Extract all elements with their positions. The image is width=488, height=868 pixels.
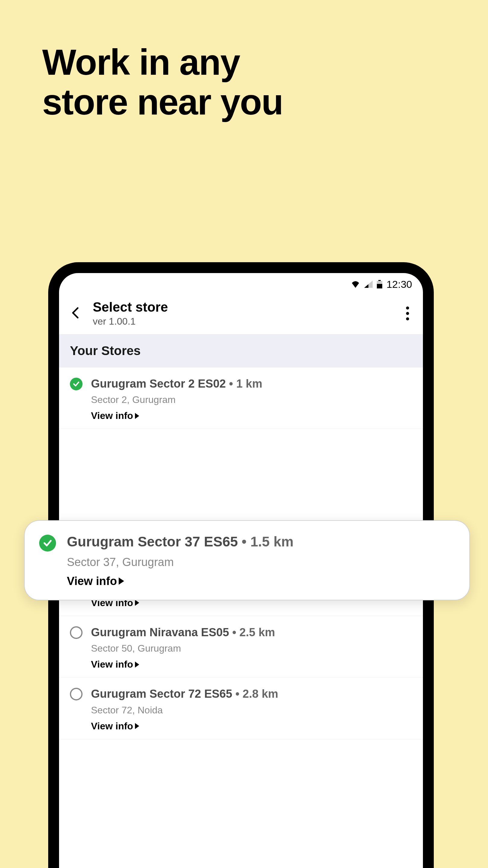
store-address: Sector 2, Gurugram <box>91 394 412 405</box>
view-info-link[interactable]: View info <box>91 721 139 732</box>
check-icon <box>39 535 56 552</box>
store-distance: 1.5 km <box>250 534 293 550</box>
view-info-link[interactable]: View info <box>91 410 139 421</box>
store-name: Gurugram Sector 37 ES65 <box>67 534 238 550</box>
store-info: Gurugram Niravana ES05 • 2.5 km Sector 5… <box>91 625 412 670</box>
store-address: Sector 50, Gurugram <box>91 643 412 654</box>
chevron-right-icon <box>135 723 139 729</box>
view-info-label: View info <box>91 659 133 670</box>
wifi-icon <box>351 281 360 288</box>
header-titles: Select store ver 1.00.1 <box>93 300 392 327</box>
store-name: Gurugram Niravana ES05 <box>91 626 229 639</box>
store-name: Gurugram Sector 72 ES65 <box>91 687 232 700</box>
store-separator: • <box>229 377 236 390</box>
view-info-label: View info <box>91 410 133 421</box>
battery-icon <box>377 280 382 288</box>
svg-rect-0 <box>378 280 381 281</box>
hero-title: Work in any store near you <box>42 42 283 122</box>
store-distance: 2.5 km <box>239 626 275 639</box>
view-info-label: View info <box>91 721 133 732</box>
status-time: 12:30 <box>387 278 412 290</box>
status-bar: 12:30 <box>59 273 423 292</box>
store-separator: • <box>241 534 250 550</box>
store-name-line: Gurugram Sector 37 ES65 • 1.5 km <box>67 533 455 551</box>
store-separator: • <box>232 626 239 639</box>
store-item[interactable]: Gurugram Niravana ES05 • 2.5 km Sector 5… <box>59 616 423 678</box>
featured-store-card[interactable]: Gurugram Sector 37 ES65 • 1.5 km Sector … <box>24 520 470 600</box>
hero-line1: Work in any <box>42 42 283 82</box>
store-address: Sector 72, Noida <box>91 705 412 716</box>
featured-placeholder <box>59 429 423 521</box>
store-info: Gurugram Sector 72 ES65 • 2.8 km Sector … <box>91 687 412 732</box>
version-label: ver 1.00.1 <box>93 316 392 327</box>
view-info-link[interactable]: View info <box>67 575 124 588</box>
store-name-line: Gurugram Niravana ES05 • 2.5 km <box>91 625 412 640</box>
view-info-link[interactable]: View info <box>91 659 139 670</box>
store-name: Gurugram Sector 2 ES02 <box>91 377 226 390</box>
chevron-right-icon <box>135 413 139 419</box>
section-title-your-stores: Your Stores <box>70 344 412 358</box>
radio-icon <box>70 626 83 639</box>
app-header: Select store ver 1.00.1 <box>59 292 423 334</box>
store-address: Sector 37, Gurugram <box>67 556 455 569</box>
hero-line2: store near you <box>42 82 283 122</box>
chevron-right-icon <box>135 600 139 606</box>
chevron-right-icon <box>119 578 124 585</box>
store-item[interactable]: Gurugram Sector 2 ES02 • 1 km Sector 2, … <box>59 367 423 429</box>
svg-rect-2 <box>377 284 382 288</box>
back-icon[interactable] <box>70 307 82 320</box>
store-name-line: Gurugram Sector 72 ES65 • 2.8 km <box>91 687 412 701</box>
check-icon <box>70 378 83 390</box>
page-title: Select store <box>93 300 392 315</box>
store-distance: 2.8 km <box>242 687 278 700</box>
view-info-label: View info <box>67 575 117 588</box>
store-separator: • <box>235 687 242 700</box>
radio-icon <box>70 688 83 701</box>
chevron-right-icon <box>135 661 139 668</box>
store-info: Gurugram Sector 2 ES02 • 1 km Sector 2, … <box>91 376 412 421</box>
store-distance: 1 km <box>236 377 262 390</box>
store-info: Gurugram Sector 37 ES65 • 1.5 km Sector … <box>67 533 455 588</box>
more-icon[interactable] <box>403 304 412 323</box>
section-your-stores: Your Stores <box>59 334 423 367</box>
store-name-line: Gurugram Sector 2 ES02 • 1 km <box>91 376 412 391</box>
cellular-icon <box>364 281 372 288</box>
store-item[interactable]: Gurugram Sector 72 ES65 • 2.8 km Sector … <box>59 678 423 739</box>
